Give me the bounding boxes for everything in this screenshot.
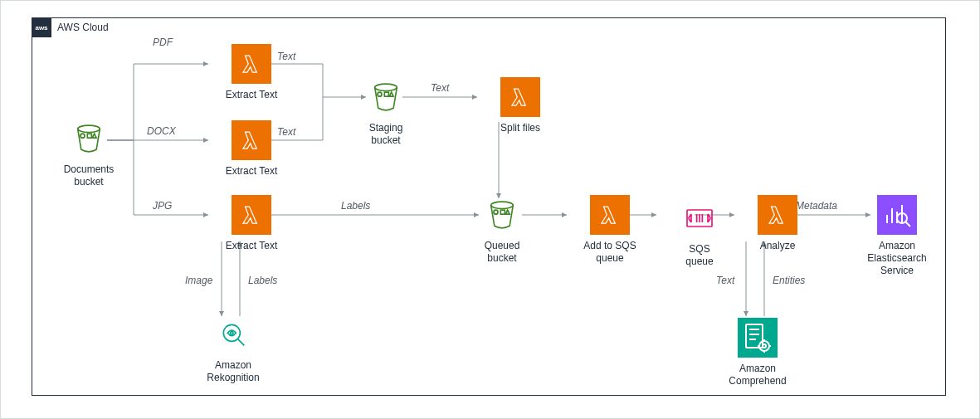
node-label: AmazonComprehend <box>716 363 799 387</box>
lambda-icon <box>758 195 797 235</box>
node-label: Documentsbucket <box>47 163 130 188</box>
svg-point-14 <box>759 341 769 351</box>
s3-bucket-icon <box>369 80 402 117</box>
svg-rect-2 <box>87 134 91 138</box>
node-elasticsearch: AmazonElasticsearchService <box>856 195 939 277</box>
edge-label-labels-jpg: Labels <box>341 200 370 212</box>
node-label: Analyze <box>736 240 819 252</box>
s3-bucket-icon <box>72 122 105 158</box>
node-label: Add to SQSqueue <box>568 240 651 265</box>
node-label: Extract Text <box>210 165 293 178</box>
node-label: Queuedbucket <box>461 240 544 265</box>
elasticsearch-icon <box>877 195 917 235</box>
edge-label-image: Image <box>185 275 212 286</box>
node-rekognition: AmazonRekognition <box>192 318 275 384</box>
node-label: AmazonRekognition <box>192 359 275 384</box>
svg-point-1 <box>80 134 85 138</box>
node-label: Stagingbucket <box>344 122 427 147</box>
node-label: SQSqueue <box>658 243 741 268</box>
svg-point-3 <box>375 84 397 90</box>
node-extract-text-jpg: Extract Text <box>210 195 293 252</box>
rekognition-icon <box>217 318 250 354</box>
svg-point-6 <box>491 202 514 208</box>
svg-rect-5 <box>384 92 388 96</box>
svg-rect-8 <box>500 210 505 214</box>
edge-label-docx: DOCX <box>147 125 176 137</box>
node-label: AmazonElasticsearchService <box>856 240 939 277</box>
node-label: Split files <box>479 122 562 134</box>
edge-label-pdf: PDF <box>153 37 173 48</box>
comprehend-icon <box>738 318 778 358</box>
edge-label-labels-rek: Labels <box>248 275 277 286</box>
node-comprehend: AmazonComprehend <box>716 318 799 387</box>
lambda-icon <box>232 44 271 84</box>
node-staging-bucket: Stagingbucket <box>344 80 427 147</box>
svg-point-4 <box>378 92 382 96</box>
lambda-icon <box>590 195 630 235</box>
svg-point-0 <box>78 125 100 132</box>
edge-label-text-stage: Text <box>431 82 449 94</box>
lambda-icon <box>500 77 540 117</box>
node-label: Extract Text <box>210 240 293 252</box>
lambda-icon <box>232 195 271 235</box>
node-extract-text-docx: Extract Text <box>210 120 293 178</box>
edge-label-text-analyze: Text <box>716 275 734 286</box>
node-documents-bucket: Documentsbucket <box>47 122 130 188</box>
svg-point-15 <box>763 344 766 348</box>
svg-point-12 <box>231 332 233 334</box>
sqs-queue-icon <box>683 202 716 238</box>
node-extract-text-pdf: Extract Text <box>210 44 293 101</box>
lambda-icon <box>232 120 271 160</box>
node-label: Extract Text <box>210 89 293 101</box>
node-add-to-sqs: Add to SQSqueue <box>568 195 651 265</box>
node-queued-bucket: Queuedbucket <box>461 198 544 265</box>
node-analyze: Analyze <box>736 195 819 252</box>
edge-label-entities: Entities <box>773 275 805 286</box>
node-sqs-queue: SQSqueue <box>658 202 741 268</box>
node-split-files: Split files <box>479 77 562 134</box>
svg-point-11 <box>223 324 240 341</box>
s3-bucket-icon <box>485 198 519 235</box>
svg-point-7 <box>494 210 498 214</box>
edge-label-jpg: JPG <box>153 200 172 212</box>
